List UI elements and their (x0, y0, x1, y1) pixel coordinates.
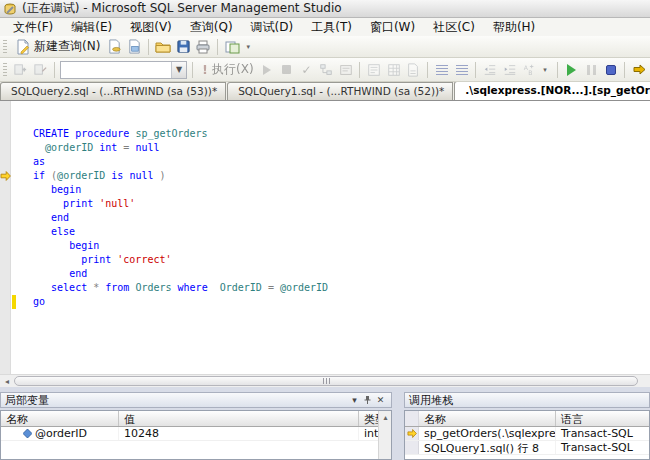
frame-language-cell: Transact-SQL (556, 427, 649, 440)
scrollbar-thumb[interactable] (14, 376, 638, 386)
menu-item[interactable]: 调试(D) (242, 17, 303, 38)
stop-query-icon[interactable] (278, 61, 296, 79)
outdent-icon[interactable] (481, 61, 499, 79)
new-query-button[interactable]: 新建查询(N) (12, 37, 103, 57)
gutter-header (405, 411, 419, 426)
scroll-up-icon[interactable]: ▴ (379, 411, 392, 423)
frame-name-cell: SQLQuery1.sql() 行 8 (419, 441, 556, 454)
close-icon[interactable]: ✕ (374, 394, 387, 406)
standard-toolbar: 新建查询(N) ▾ (0, 36, 650, 58)
window-position-icon[interactable]: ▾ (348, 394, 361, 406)
new-query-label: 新建查询(N) (34, 38, 100, 55)
disconnect-icon[interactable] (31, 61, 49, 79)
call-stack-rows: sp_getOrders(.\sqlexpress.NORTHWIND)Tran… (405, 427, 649, 455)
query-options-icon[interactable] (337, 61, 355, 79)
title-bar: (正在调试) - Microsoft SQL Server Management… (0, 0, 650, 18)
code-line: @orderID int = null (12, 141, 650, 155)
results-file-icon[interactable] (405, 61, 423, 79)
execute-button[interactable]: ! 执行(X) (198, 60, 257, 80)
menu-item[interactable]: 帮助(H) (484, 17, 544, 38)
pause-button[interactable] (582, 61, 600, 79)
editor-horizontal-scrollbar[interactable]: ◂ (0, 374, 650, 387)
analysis-query-icon[interactable] (125, 38, 143, 56)
variable-value-cell: 10248 (119, 427, 359, 440)
indent-icon[interactable] (501, 61, 519, 79)
debug-play-icon[interactable] (259, 61, 277, 79)
document-tab-bar: SQLQuery2.sql - (...RTHWIND (sa (53))*SQ… (0, 82, 650, 101)
toolbar-grip[interactable] (3, 40, 7, 54)
table-row[interactable]: @orderID10248int (1, 427, 391, 441)
call-stack-grid[interactable]: 名称语言 sp_getOrders(.\sqlexpress.NORTHWIND… (404, 410, 650, 460)
menu-item[interactable]: 工具(T) (302, 17, 361, 38)
code-line: begin (12, 183, 650, 197)
menu-item[interactable]: 窗口(W) (361, 17, 424, 38)
menu-item[interactable]: 查询(Q) (181, 17, 242, 38)
app-icon (3, 2, 17, 16)
toolbar-separator (557, 62, 558, 78)
comment-icon[interactable] (433, 61, 451, 79)
database-combo[interactable]: ▼ (60, 61, 187, 79)
print-icon[interactable] (194, 38, 212, 56)
parse-icon[interactable]: ✓ (298, 61, 316, 79)
local-variables-rows: @orderID10248int (1, 427, 391, 441)
table-row[interactable]: sp_getOrders(.\sqlexpress.NORTHWIND)Tran… (405, 427, 649, 441)
toolbar-separator (192, 62, 193, 78)
local-variables-scrollbar[interactable]: ▴ (378, 411, 391, 459)
frame-name-cell: sp_getOrders(.\sqlexpress.NORTHWIND) (419, 427, 556, 440)
column-header: 名称 (419, 411, 556, 426)
call-stack-title-bar[interactable]: 调用堆栈 (404, 392, 650, 408)
document-tab[interactable]: .\sqlexpress.[NOR...].[sp_getOrders]* (454, 82, 650, 100)
local-variables-grid[interactable]: 名称值类型 @orderID10248int ▴ (0, 410, 392, 460)
menu-item[interactable]: 社区(C) (424, 17, 484, 38)
chevron-down-icon[interactable]: ▼ (171, 62, 186, 78)
step-over-button[interactable] (630, 61, 648, 79)
stop-debugging-button[interactable] (602, 61, 620, 79)
toolbar-grip[interactable] (3, 63, 7, 77)
toolbar-overflow-button[interactable]: ▾ (540, 61, 550, 79)
specify-values-icon[interactable]: AB (520, 61, 538, 79)
connect-icon[interactable] (12, 61, 30, 79)
code-line: print 'null' (12, 197, 650, 211)
code-line: if (@orderID is null ) (12, 169, 650, 183)
database-engine-query-icon[interactable] (105, 38, 123, 56)
execute-exclamation-icon: ! (201, 62, 209, 77)
menu-item[interactable]: 视图(V) (121, 17, 181, 38)
continue-button[interactable] (563, 61, 581, 79)
toolbar-separator (427, 62, 428, 78)
document-tab[interactable]: SQLQuery1.sql - (...RTHWIND (sa (52))* (227, 82, 453, 100)
new-query-icon (15, 39, 31, 55)
stack-frame-gutter (405, 427, 419, 440)
table-row[interactable]: SQLQuery1.sql() 行 8Transact-SQL (405, 441, 649, 455)
panel-title: 调用堆栈 (409, 393, 453, 408)
panel-title: 局部变量 (5, 393, 49, 408)
results-text-icon[interactable] (365, 61, 383, 79)
execute-label: 执行(X) (212, 61, 254, 78)
code-editor[interactable]: CREATE procedure sp_getOrders @orderID i… (0, 101, 650, 374)
estimated-plan-icon[interactable] (317, 61, 335, 79)
toolbar-separator (148, 39, 149, 55)
variable-name-cell: @orderID (1, 427, 119, 440)
code-line: print 'correct' (12, 253, 650, 267)
toolbar-separator (475, 62, 476, 78)
open-file-icon[interactable] (154, 38, 172, 56)
current-frame-arrow-icon (407, 429, 417, 438)
pin-icon[interactable] (361, 394, 374, 406)
toolbar-overflow-button[interactable]: ▾ (243, 38, 253, 56)
menu-item[interactable]: 文件(F) (4, 17, 62, 38)
source-control-icon[interactable] (223, 38, 241, 56)
save-icon[interactable] (174, 38, 192, 56)
window-title: (正在调试) - Microsoft SQL Server Management… (22, 0, 342, 17)
local-variables-title-bar[interactable]: 局部变量 ▾ ✕ (0, 392, 392, 408)
code-line: as (12, 155, 650, 169)
code-line: begin (12, 239, 650, 253)
column-header: 语言 (556, 411, 649, 426)
uncomment-icon[interactable] (453, 61, 471, 79)
code-line: end (12, 211, 650, 225)
results-grid-icon[interactable] (385, 61, 403, 79)
toolbar-separator (359, 62, 360, 78)
scroll-left-icon[interactable]: ◂ (0, 375, 14, 387)
call-stack-panel: 调用堆栈 名称语言 sp_getOrders(.\sqlexpress.NORT… (404, 392, 650, 460)
menu-item[interactable]: 编辑(E) (62, 17, 121, 38)
toolbar-separator (54, 62, 55, 78)
document-tab[interactable]: SQLQuery2.sql - (...RTHWIND (sa (53))* (0, 82, 226, 100)
